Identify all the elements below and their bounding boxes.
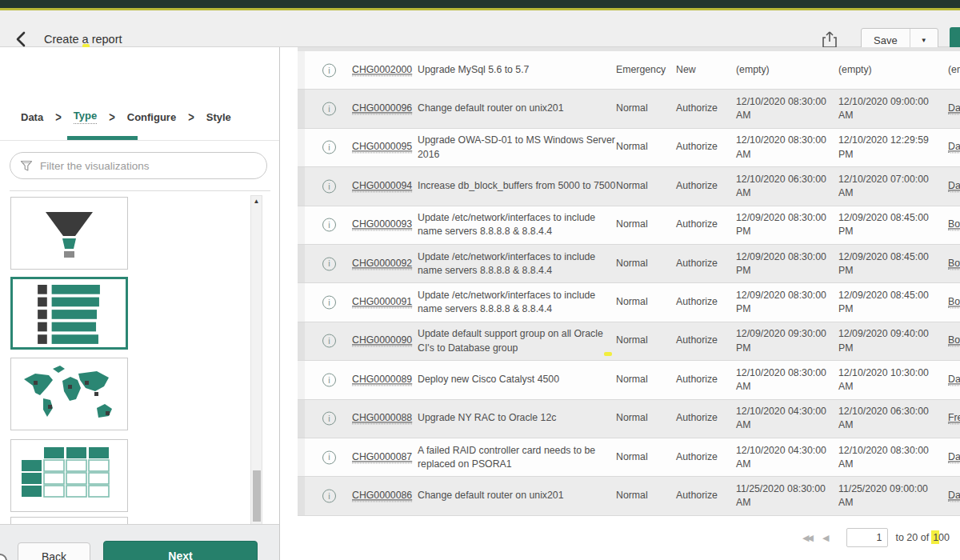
info-icon[interactable]: i <box>322 63 336 77</box>
assigned-to-link[interactable]: Dav <box>948 102 960 114</box>
change-number-link[interactable]: CHG0000087 <box>352 451 412 463</box>
filter-input[interactable] <box>40 160 257 172</box>
report-designer-panel: Data > Type > Configure > Style <box>0 47 280 560</box>
start-date-cell: 12/10/2020 08:30:00 AM <box>736 366 834 394</box>
assigned-to-link[interactable]: Bow <box>948 335 960 347</box>
assigned-to-link[interactable]: Bow <box>948 258 960 270</box>
page-number-input[interactable] <box>846 528 888 547</box>
end-date-cell: 12/09/2020 08:45:00 PM <box>838 250 936 277</box>
state-cell: Authorize <box>676 257 732 270</box>
first-page-icon[interactable]: ◀◀ <box>802 533 811 543</box>
priority-cell: Normal <box>616 257 669 270</box>
prev-page-icon[interactable]: ◀ <box>822 533 829 543</box>
change-number-link[interactable]: CHG0000092 <box>352 258 412 270</box>
start-date-cell: 11/25/2020 08:30:00 AM <box>736 482 834 510</box>
short-description-cell: Update /etc/network/interfaces to includ… <box>418 211 618 238</box>
viz-tile-map[interactable] <box>10 358 128 430</box>
viz-tile-bar-list[interactable] <box>10 277 128 350</box>
assigned-to-link[interactable]: Dav <box>948 180 960 192</box>
start-date-cell: 12/09/2020 08:30:00 PM <box>736 289 834 316</box>
change-number-link[interactable]: CHG0000091 <box>352 296 412 308</box>
info-icon[interactable]: i <box>322 257 336 270</box>
info-icon[interactable]: i <box>322 489 336 502</box>
world-map-icon <box>11 358 127 430</box>
info-icon[interactable]: i <box>322 179 336 193</box>
table-row: i CHG0000091 Update /etc/network/interfa… <box>298 283 960 322</box>
change-number-link[interactable]: CHG0000086 <box>352 490 412 502</box>
state-cell: Authorize <box>676 141 732 154</box>
short-description-cell: A failed RAID controller card needs to b… <box>418 443 618 470</box>
table-row: i CHG0000094 Increase db_block_buffers f… <box>298 167 960 206</box>
change-number-link[interactable]: CHG0000093 <box>352 219 412 231</box>
next-button[interactable]: Next <box>103 541 258 560</box>
info-icon[interactable]: i <box>322 102 336 116</box>
table-row: i CHG0000096 Change default router on un… <box>298 90 960 128</box>
assigned-to-link[interactable]: Dav <box>948 142 960 154</box>
priority-cell: Normal <box>616 373 669 386</box>
step-configure[interactable]: Configure <box>127 111 176 123</box>
start-date-cell: 12/10/2020 06:30:00 AM <box>736 173 834 200</box>
end-date-cell: 12/10/2020 07:00:00 AM <box>838 173 936 200</box>
highlight-artifact <box>604 352 612 356</box>
assigned-to-link[interactable]: Dav <box>948 490 960 502</box>
back-button[interactable]: Back <box>18 542 90 560</box>
visualization-list: ▲ ▼ <box>0 192 279 560</box>
state-cell: Authorize <box>676 334 732 348</box>
table-row: i CHG0000089 Deploy new Cisco Catalyst 4… <box>298 361 960 399</box>
window-top-strip <box>0 0 960 8</box>
scroll-up-icon[interactable]: ▲ <box>251 198 262 205</box>
assigned-to-link[interactable]: Fre <box>948 413 960 425</box>
chevron-right-icon: > <box>55 109 62 125</box>
state-cell: Authorize <box>676 295 732 309</box>
pagination: ◀◀ ◀ to 20 of 100 <box>802 528 950 547</box>
viz-list-scrollbar[interactable]: ▲ ▼ <box>250 195 262 560</box>
info-icon[interactable]: i <box>322 412 336 426</box>
assigned-to-link[interactable]: Dav <box>948 374 960 386</box>
info-icon[interactable]: i <box>322 334 336 348</box>
change-number-link[interactable]: CHG0000096 <box>352 102 412 114</box>
priority-cell: Normal <box>616 489 669 502</box>
priority-cell: Normal <box>616 141 669 154</box>
start-date-cell: 12/10/2020 04:30:00 AM <box>736 405 834 432</box>
assigned-to-link[interactable]: Bow <box>948 296 960 308</box>
change-number-link[interactable]: CHG0000094 <box>352 180 412 192</box>
step-data[interactable]: Data <box>21 111 43 123</box>
viz-tile-funnel[interactable] <box>10 197 128 270</box>
pagination-total: 100 <box>933 532 950 543</box>
end-date-cell: 12/10/2020 10:30:00 AM <box>838 366 936 394</box>
step-style[interactable]: Style <box>206 111 231 123</box>
start-date-cell: 12/10/2020 08:30:00 AM <box>736 134 834 161</box>
end-date-cell: 12/09/2020 08:45:00 PM <box>838 211 936 238</box>
info-icon[interactable]: i <box>322 296 336 310</box>
start-date-cell: 12/09/2020 08:30:00 PM <box>736 211 834 238</box>
chevron-right-icon: > <box>109 109 115 125</box>
start-date-cell: 12/10/2020 04:30:00 AM <box>736 443 834 470</box>
back-chevron-icon[interactable] <box>13 30 30 48</box>
viz-tile-heatmap[interactable] <box>10 439 128 512</box>
change-number-link[interactable]: CHG0000090 <box>352 335 412 347</box>
table-row: i CHG0000092 Update /etc/network/interfa… <box>298 245 960 283</box>
assigned-to-link[interactable]: Bow <box>948 219 960 231</box>
state-cell: Authorize <box>676 412 732 426</box>
visualization-filter <box>10 152 267 179</box>
change-number-link[interactable]: CHG0000089 <box>352 374 412 386</box>
info-icon[interactable]: i <box>322 450 336 464</box>
assigned-to-link[interactable]: Dav <box>948 451 960 463</box>
step-type[interactable]: Type <box>74 110 97 124</box>
funnel-chart-icon <box>11 198 127 269</box>
scrollbar-thumb[interactable] <box>253 470 261 522</box>
change-number-link[interactable]: CHG0000088 <box>352 413 412 425</box>
change-number-link[interactable]: CHG0000095 <box>352 142 412 154</box>
priority-cell: Normal <box>616 412 669 426</box>
info-icon[interactable]: i <box>322 373 336 386</box>
filter-funnel-icon <box>20 160 33 172</box>
table-row: i CHG0000088 Upgrade NY RAC to Oracle 12… <box>298 400 960 438</box>
state-cell: Authorize <box>676 179 732 193</box>
end-date-cell: 12/10/2020 08:30:00 AM <box>838 443 936 470</box>
change-number-link[interactable]: CHG0002000 <box>352 64 412 76</box>
state-cell: Authorize <box>676 102 732 115</box>
info-icon[interactable]: i <box>322 141 336 154</box>
priority-cell: Normal <box>616 450 669 464</box>
info-icon[interactable]: i <box>322 218 336 232</box>
panel-footer: Back Next <box>0 524 279 560</box>
